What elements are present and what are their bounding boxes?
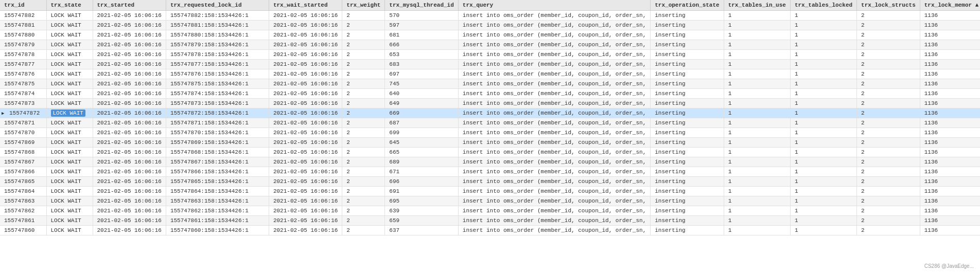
- cell-trx-operation-state: inserting: [651, 60, 724, 69]
- table-row[interactable]: 155747880LOCK WAIT2021-02-05 16:06:16155…: [0, 30, 980, 40]
- cell-trx-state: LOCK WAIT: [46, 167, 93, 177]
- table-row[interactable]: 155747862LOCK WAIT2021-02-05 16:06:16155…: [0, 206, 980, 216]
- table-row[interactable]: 155747867LOCK WAIT2021-02-05 16:06:16155…: [0, 157, 980, 167]
- table-row[interactable]: 155747866LOCK WAIT2021-02-05 16:06:16155…: [0, 167, 980, 177]
- cell-trx-started: 2021-02-05 16:06:16: [93, 21, 166, 30]
- cell-trx-operation-state: inserting: [651, 69, 724, 79]
- cell-trx-requested-lock-id: 155747881:158:1534426:1: [166, 21, 269, 30]
- cell-trx-wait-started: 2021-02-05 16:06:16: [269, 138, 342, 148]
- col-header-trx-weight[interactable]: trx_weight: [342, 0, 385, 11]
- col-header-trx-mysql-thread-id[interactable]: trx_mysql_thread_id: [385, 0, 458, 11]
- cell-trx-query: insert into oms_order (member_id, coupon…: [458, 11, 650, 21]
- col-header-trx-lock-memo[interactable]: trx_lock_memor ▲: [920, 0, 980, 11]
- table-row[interactable]: 155747881LOCK WAIT2021-02-05 16:06:16155…: [0, 21, 980, 30]
- table-row[interactable]: 155747869LOCK WAIT2021-02-05 16:06:16155…: [0, 138, 980, 148]
- cell-trx-tables-in-use: 1: [724, 206, 790, 216]
- cell-trx-weight: 2: [342, 157, 385, 167]
- table-row[interactable]: ▶155747872LOCK WAIT2021-02-05 16:06:1615…: [0, 108, 980, 118]
- cell-trx-wait-started: 2021-02-05 16:06:16: [269, 206, 342, 216]
- cell-trx-state: LOCK WAIT: [46, 11, 93, 21]
- cell-trx-id: 155747876: [0, 69, 46, 79]
- cell-trx-lock-memo: 1136: [920, 11, 980, 21]
- cell-trx-started: 2021-02-05 16:06:16: [93, 226, 166, 235]
- table-row[interactable]: 155747868LOCK WAIT2021-02-05 16:06:16155…: [0, 148, 980, 157]
- cell-trx-wait-started: 2021-02-05 16:06:16: [269, 60, 342, 69]
- table-row[interactable]: 155747876LOCK WAIT2021-02-05 16:06:16155…: [0, 69, 980, 79]
- cell-trx-state: LOCK WAIT: [46, 216, 93, 226]
- table-row[interactable]: 155747879LOCK WAIT2021-02-05 16:06:16155…: [0, 40, 980, 50]
- table-row[interactable]: 155747865LOCK WAIT2021-02-05 16:06:16155…: [0, 177, 980, 187]
- cell-trx-query: insert into oms_order (member_id, coupon…: [458, 108, 650, 118]
- table-row[interactable]: 155747864LOCK WAIT2021-02-05 16:06:16155…: [0, 187, 980, 196]
- cell-trx-requested-lock-id: 155747871:158:1534426:1: [166, 118, 269, 128]
- table-row[interactable]: 155747871LOCK WAIT2021-02-05 16:06:16155…: [0, 118, 980, 128]
- data-table-container[interactable]: trx_id trx_state trx_started trx_request…: [0, 0, 980, 273]
- cell-trx-lock-memo: 1136: [920, 138, 980, 148]
- cell-trx-requested-lock-id: 155747872:158:1534426:1: [166, 108, 269, 118]
- cell-trx-lock-memo: 1136: [920, 177, 980, 187]
- col-header-trx-tables-in-use[interactable]: trx_tables_in_use: [724, 0, 790, 11]
- cell-trx-lock-structs: 2: [857, 226, 920, 235]
- table-row[interactable]: 155747873LOCK WAIT2021-02-05 16:06:16155…: [0, 99, 980, 108]
- table-row[interactable]: 155747863LOCK WAIT2021-02-05 16:06:16155…: [0, 196, 980, 206]
- cell-trx-requested-lock-id: 155747860:158:1534426:1: [166, 226, 269, 235]
- cell-trx-lock-structs: 2: [857, 118, 920, 128]
- cell-trx-lock-structs: 2: [857, 69, 920, 79]
- cell-trx-requested-lock-id: 155747880:158:1534426:1: [166, 30, 269, 40]
- cell-trx-query: insert into oms_order (member_id, coupon…: [458, 69, 650, 79]
- cell-trx-tables-locked: 1: [790, 118, 856, 128]
- col-header-trx-operation-state[interactable]: trx_operation_state: [651, 0, 724, 11]
- cell-trx-mysql-thread-id: 640: [385, 89, 458, 99]
- cell-trx-tables-locked: 1: [790, 11, 856, 21]
- table-row[interactable]: 155747861LOCK WAIT2021-02-05 16:06:16155…: [0, 216, 980, 226]
- cell-trx-tables-in-use: 1: [724, 50, 790, 60]
- cell-trx-state: LOCK WAIT: [46, 157, 93, 167]
- cell-trx-mysql-thread-id: 697: [385, 69, 458, 79]
- cell-trx-started: 2021-02-05 16:06:16: [93, 206, 166, 216]
- cell-trx-requested-lock-id: 155747867:158:1534426:1: [166, 157, 269, 167]
- cell-trx-started: 2021-02-05 16:06:16: [93, 138, 166, 148]
- cell-trx-state: LOCK WAIT: [46, 69, 93, 79]
- cell-trx-requested-lock-id: 155747863:158:1534426:1: [166, 196, 269, 206]
- cell-trx-wait-started: 2021-02-05 16:06:16: [269, 216, 342, 226]
- col-header-trx-query[interactable]: trx_query: [458, 0, 650, 11]
- cell-trx-tables-in-use: 1: [724, 167, 790, 177]
- cell-trx-query: insert into oms_order (member_id, coupon…: [458, 187, 650, 196]
- cell-trx-operation-state: inserting: [651, 11, 724, 21]
- col-header-trx-started[interactable]: trx_started: [93, 0, 166, 11]
- table-row[interactable]: 155747870LOCK WAIT2021-02-05 16:06:16155…: [0, 128, 980, 138]
- cell-trx-started: 2021-02-05 16:06:16: [93, 79, 166, 89]
- cell-trx-started: 2021-02-05 16:06:16: [93, 216, 166, 226]
- cell-trx-lock-memo: 1136: [920, 60, 980, 69]
- cell-trx-started: 2021-02-05 16:06:16: [93, 157, 166, 167]
- col-header-trx-id[interactable]: trx_id: [0, 0, 46, 11]
- table-row[interactable]: 155747878LOCK WAIT2021-02-05 16:06:16155…: [0, 50, 980, 60]
- cell-trx-requested-lock-id: 155747877:158:1534426:1: [166, 60, 269, 69]
- table-row[interactable]: 155747877LOCK WAIT2021-02-05 16:06:16155…: [0, 60, 980, 69]
- col-header-trx-wait-started[interactable]: trx_wait_started: [269, 0, 342, 11]
- lock-wait-badge: LOCK WAIT: [51, 110, 85, 117]
- cell-trx-id: 155747860: [0, 226, 46, 235]
- cell-trx-requested-lock-id: 155747874:158:1534426:1: [166, 89, 269, 99]
- table-row[interactable]: 155747860LOCK WAIT2021-02-05 16:06:16155…: [0, 226, 980, 235]
- col-header-trx-tables-locked[interactable]: trx_tables_locked: [790, 0, 856, 11]
- col-header-trx-requested-lock-id[interactable]: trx_requested_lock_id: [166, 0, 269, 11]
- cell-trx-state: LOCK WAIT: [46, 187, 93, 196]
- cell-trx-mysql-thread-id: 665: [385, 148, 458, 157]
- cell-trx-id: 155747874: [0, 89, 46, 99]
- table-row[interactable]: 155747875LOCK WAIT2021-02-05 16:06:16155…: [0, 79, 980, 89]
- cell-trx-operation-state: inserting: [651, 50, 724, 60]
- cell-trx-lock-structs: 2: [857, 89, 920, 99]
- cell-trx-started: 2021-02-05 16:06:16: [93, 187, 166, 196]
- table-row[interactable]: 155747874LOCK WAIT2021-02-05 16:06:16155…: [0, 89, 980, 99]
- cell-trx-weight: 2: [342, 226, 385, 235]
- cell-trx-tables-in-use: 1: [724, 196, 790, 206]
- col-header-trx-state[interactable]: trx_state: [46, 0, 93, 11]
- cell-trx-id: 155747861: [0, 216, 46, 226]
- col-header-trx-lock-structs[interactable]: trx_lock_structs: [857, 0, 920, 11]
- cell-trx-lock-structs: 2: [857, 40, 920, 50]
- cell-trx-started: 2021-02-05 16:06:16: [93, 50, 166, 60]
- table-row[interactable]: 155747882LOCK WAIT2021-02-05 16:06:16155…: [0, 11, 980, 21]
- cell-trx-lock-memo: 1136: [920, 157, 980, 167]
- cell-trx-lock-structs: 2: [857, 11, 920, 21]
